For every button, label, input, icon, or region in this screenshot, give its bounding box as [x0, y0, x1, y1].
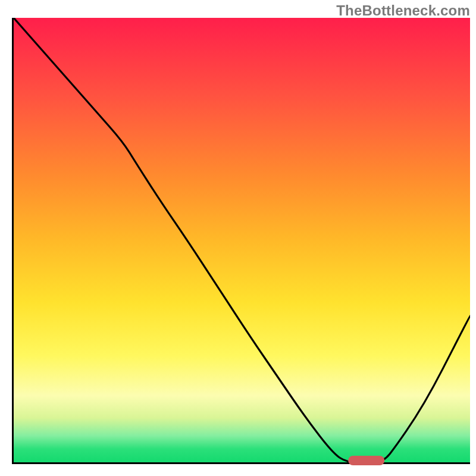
plot-area [12, 18, 470, 464]
watermark-text: TheBottleneck.com [336, 2, 470, 19]
chart-container: TheBottleneck.com [0, 0, 476, 476]
curve-svg [14, 18, 470, 462]
optimal-range-marker [348, 456, 385, 465]
bottleneck-curve [14, 18, 470, 462]
